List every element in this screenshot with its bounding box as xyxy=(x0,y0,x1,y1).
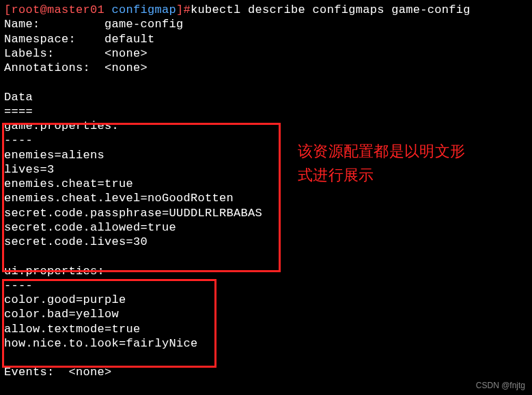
command-text: kubectl describe configmaps game-config xyxy=(191,3,471,16)
events-line: Events: <none> xyxy=(4,351,528,380)
game-prop-line: enemies=aliens xyxy=(4,149,104,162)
bracket-open: [ xyxy=(4,3,12,16)
ui-prop-line: allow.textmode=true xyxy=(4,323,141,336)
game-prop-line: enemies.cheat.level=noGoodRotten xyxy=(4,192,234,205)
annotation-line-1: 该资源配置都是以明文形 xyxy=(298,139,503,163)
game-prop-line: enemies.cheat=true xyxy=(4,177,133,190)
game-props-header: game.properties: xyxy=(4,119,119,132)
data-title: Data xyxy=(4,91,33,104)
game-prop-line: secret.code.passphrase=UUDDLRLRBABAS xyxy=(4,207,262,220)
ui-properties-block: ui.properties: ---- color.good=purple co… xyxy=(4,249,528,351)
ui-prop-line: color.bad=yellow xyxy=(4,308,119,321)
labels-label: Labels: xyxy=(4,47,55,60)
bracket-close: ] xyxy=(176,3,184,16)
game-props-sep: ---- xyxy=(4,134,33,147)
name-label: Name: xyxy=(4,18,40,31)
ui-prop-line: color.good=purple xyxy=(4,293,126,306)
annotations-label: Annotations: xyxy=(4,61,90,74)
namespace-label: Namespace: xyxy=(4,33,76,46)
name-value: game-config xyxy=(104,18,184,31)
watermark: CSDN @fnjtg xyxy=(476,381,525,391)
game-prop-line: secret.code.lives=30 xyxy=(4,235,148,248)
meta-block: Name: game-config Namespace: default Lab… xyxy=(4,17,528,75)
data-separator: ==== xyxy=(4,105,33,118)
game-prop-line: lives=3 xyxy=(4,163,55,176)
data-header: Data ==== xyxy=(4,75,528,119)
events-label: Events: xyxy=(4,366,55,379)
annotations-value: <none> xyxy=(104,61,148,74)
user-host: root@master01 xyxy=(12,3,112,16)
namespace-value: default xyxy=(104,33,155,46)
annotation-text: 该资源配置都是以明文形 式进行展示 xyxy=(298,139,503,187)
annotation-line-2: 式进行展示 xyxy=(298,163,503,187)
prompt-line: [root@master01 configmap]#kubectl descri… xyxy=(4,3,528,17)
game-prop-line: secret.code.allowed=true xyxy=(4,221,176,234)
ui-props-sep: ---- xyxy=(4,279,33,292)
ui-prop-line: how.nice.to.look=fairlyNice xyxy=(4,337,198,350)
events-value: <none> xyxy=(69,366,112,379)
current-dir: configmap xyxy=(112,3,177,16)
prompt-hash: # xyxy=(184,3,191,16)
ui-props-header: ui.properties: xyxy=(4,265,104,278)
labels-value: <none> xyxy=(104,47,148,60)
